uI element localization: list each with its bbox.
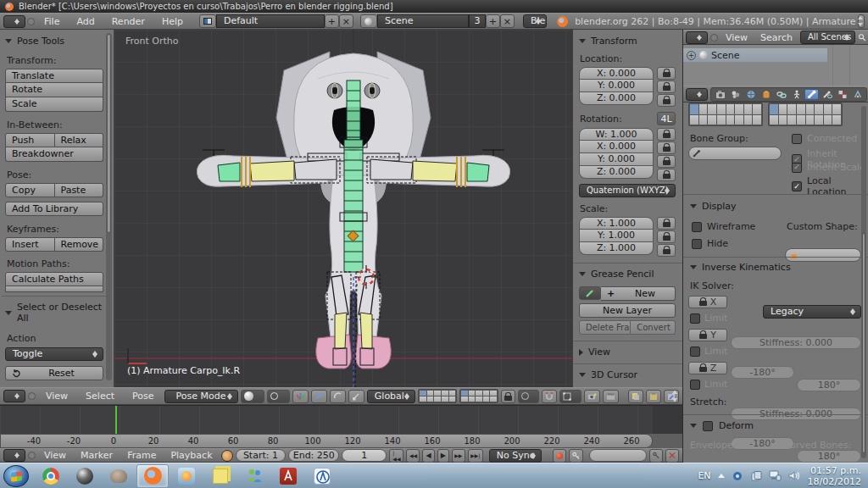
tab-render-icon[interactable] — [713, 89, 727, 100]
proportional-edit-select[interactable] — [518, 390, 539, 403]
taskbar-blue-a-app-icon[interactable] — [306, 464, 338, 488]
gp-new-layer-button[interactable]: New Layer — [579, 303, 676, 318]
jump-start-button[interactable]: |◀◀ — [389, 449, 403, 463]
layer-toggle[interactable] — [824, 115, 832, 125]
frame-start-field[interactable]: Start: 1 — [236, 449, 287, 462]
tray-show-hidden-icon[interactable] — [718, 474, 725, 478]
tray-app-icon[interactable] — [732, 470, 743, 482]
ik-y-limit-checkbox[interactable]: Limit — [690, 346, 727, 357]
layer-toggle[interactable] — [779, 104, 787, 114]
search-icon[interactable] — [858, 32, 866, 42]
start-button[interactable] — [3, 465, 29, 487]
tab-bone-constraints-icon[interactable] — [820, 89, 834, 100]
transform-orientation-select[interactable]: Global — [367, 390, 415, 403]
layer-toggle[interactable] — [744, 104, 753, 114]
paste-pose-icon[interactable] — [646, 390, 661, 403]
tab-object-icon[interactable] — [759, 89, 773, 100]
scale-button[interactable]: Scale — [5, 97, 103, 112]
lock-scale-x-icon[interactable] — [657, 217, 676, 230]
layer-toggle[interactable] — [699, 104, 708, 114]
lock-rotation-w-icon[interactable] — [657, 128, 676, 141]
tab-bone-icon[interactable] — [804, 89, 819, 100]
insert-keyframe-button[interactable]: Insert — [5, 237, 55, 252]
menu-add[interactable]: Add — [69, 16, 102, 27]
custom-shape-field[interactable] — [785, 248, 861, 262]
layer-toggle[interactable] — [469, 396, 476, 402]
display-panel-header[interactable]: Display — [690, 201, 737, 212]
outliner-view-menu[interactable]: View — [721, 32, 753, 43]
view-menu[interactable]: View — [38, 391, 75, 402]
tool-shelf-scrollbar[interactable] — [106, 33, 112, 380]
lock-rotation-z-icon[interactable] — [657, 169, 676, 181]
add-keyframe-icon[interactable] — [649, 449, 663, 463]
view-panel-header[interactable]: View — [579, 347, 676, 358]
breakdowner-button[interactable]: Breakdowner — [5, 147, 103, 162]
layer-toggle[interactable] — [476, 396, 482, 402]
layer-toggle[interactable] — [815, 104, 823, 114]
reset-button[interactable]: Reset — [5, 366, 103, 380]
taskbar-gimp-icon[interactable] — [103, 464, 135, 488]
taskbar-sphere-app-icon[interactable] — [69, 464, 101, 488]
layer-toggle[interactable] — [708, 104, 716, 114]
layer-toggle[interactable] — [815, 115, 823, 125]
layer-toggle[interactable] — [427, 391, 434, 396]
layer-toggle[interactable] — [717, 115, 726, 125]
scale-x-field[interactable]: X: 1.000 — [579, 217, 654, 230]
timeline-marker-menu[interactable]: Marker — [75, 450, 119, 461]
layer-toggle[interactable] — [442, 396, 448, 402]
tray-network-icon[interactable] — [769, 470, 782, 481]
layer-toggle[interactable] — [434, 391, 441, 396]
layer-toggle[interactable] — [806, 115, 815, 125]
layer-toggle[interactable] — [690, 104, 698, 114]
transform-panel-header[interactable]: Transform — [579, 36, 676, 47]
pin-icon[interactable] — [28, 392, 36, 400]
layer-toggle[interactable] — [797, 104, 805, 114]
layer-toggle[interactable] — [824, 104, 832, 114]
calculate-paths-button[interactable]: Calculate Paths — [5, 272, 103, 286]
lock-rotation-x-icon[interactable] — [657, 141, 676, 154]
render-engine-select[interactable]: Blender Render — [523, 14, 547, 28]
taskbar-messenger-icon[interactable] — [238, 464, 270, 488]
taskbar-adobe-reader-icon[interactable] — [272, 464, 304, 488]
gp-convert-button[interactable]: Convert — [631, 320, 676, 335]
action-select[interactable]: Toggle — [5, 347, 103, 361]
pose-menu[interactable]: Pose — [125, 391, 161, 402]
location-z-field[interactable]: Z: 0.000 — [579, 92, 654, 105]
layer-toggle[interactable] — [753, 104, 761, 114]
editor-type-button[interactable] — [3, 449, 25, 462]
layer-toggle[interactable] — [461, 396, 468, 402]
preview-range-icon[interactable] — [221, 450, 233, 462]
tray-volume-icon[interactable] — [788, 470, 801, 481]
pivot-point-select[interactable] — [267, 390, 290, 403]
layer-toggle[interactable] — [708, 115, 716, 125]
prev-keyframe-button[interactable]: ◀◀ — [406, 449, 420, 463]
menu-file[interactable]: File — [36, 16, 67, 27]
lock-to-scene-icon[interactable] — [501, 390, 515, 403]
viewport-shading-select[interactable] — [241, 390, 264, 403]
frame-end-field[interactable]: End: 250 — [288, 449, 339, 462]
fullscreen-icon[interactable] — [858, 14, 865, 28]
play-reverse-button[interactable]: ◀ — [422, 449, 434, 463]
manipulator-scale-icon[interactable] — [348, 390, 364, 403]
ik-x-lock-button[interactable]: X — [688, 296, 727, 308]
add-scene-button[interactable]: + — [486, 14, 500, 28]
layer-toggle[interactable] — [483, 396, 490, 402]
layer-toggle[interactable] — [779, 115, 787, 125]
rotation-mode-select[interactable]: Quaternion (WXYZ) — [579, 184, 676, 197]
editor-type-button[interactable] — [3, 15, 25, 28]
layer-toggle[interactable] — [753, 115, 761, 125]
tray-action-center-icon[interactable] — [750, 470, 762, 482]
layer-toggle[interactable] — [420, 391, 426, 396]
layer-toggle[interactable] — [735, 104, 743, 114]
ik-z-lock-button[interactable]: Z — [688, 362, 727, 374]
keying-set-field[interactable] — [589, 449, 647, 462]
record-button[interactable] — [553, 449, 566, 463]
ik-x-limit-max-field[interactable]: 180° — [797, 379, 861, 391]
next-keyframe-button[interactable]: ▶▶ — [452, 449, 465, 463]
lock-scale-z-icon[interactable] — [657, 244, 676, 257]
rotation-4l-button[interactable]: 4L — [657, 112, 676, 125]
deform-panel-header[interactable]: Deform — [690, 420, 754, 431]
hide-checkbox[interactable]: Hide — [692, 238, 728, 249]
layer-toggle[interactable] — [490, 396, 497, 402]
screen-layout-icon[interactable] — [199, 14, 216, 28]
